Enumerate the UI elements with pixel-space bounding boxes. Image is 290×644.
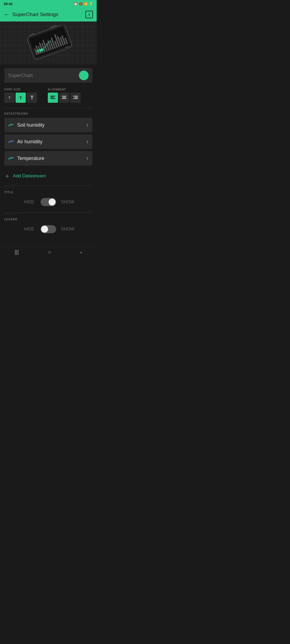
legend-section: LEGEND HIDE SHOW xyxy=(4,213,92,237)
wifi-icon: 📶 xyxy=(84,2,88,6)
chart-wave-icon-blue xyxy=(8,139,14,144)
title-toggle[interactable] xyxy=(41,198,56,206)
soil-humidity-settings-icon[interactable]: ⫿ xyxy=(86,123,89,127)
alignment-group: ALIGNMENT xyxy=(48,88,81,103)
battery-icon: 🔋 xyxy=(89,2,93,6)
align-right-icon xyxy=(73,96,78,100)
alarm-icon: ⏰ xyxy=(74,2,78,6)
title-section-label: TITLE xyxy=(4,187,13,194)
soil-humidity-label: Soil humidity xyxy=(17,122,86,128)
svg-rect-32 xyxy=(75,97,78,98)
title-toggle-row: HIDE SHOW xyxy=(4,194,92,210)
temperature-label: Temperature xyxy=(17,156,86,161)
soil-humidity-icon xyxy=(8,123,14,128)
title-toggle-knob xyxy=(49,199,56,206)
mute-icon: 🔕 xyxy=(79,2,83,6)
legend-hide-label: HIDE xyxy=(22,227,36,232)
info-button[interactable]: i xyxy=(85,11,93,18)
svg-rect-29 xyxy=(63,97,66,98)
home-button[interactable]: ○ xyxy=(42,247,56,257)
add-icon: ＋ xyxy=(4,172,10,180)
align-center-icon xyxy=(62,96,67,100)
font-small-button[interactable]: T xyxy=(4,93,15,103)
title-hide-label: HIDE xyxy=(22,200,36,204)
font-large-button[interactable]: T xyxy=(27,93,37,103)
legend-toggle-row: HIDE SHOW xyxy=(4,221,92,237)
svg-rect-33 xyxy=(73,98,78,99)
align-left-icon xyxy=(50,96,55,100)
status-time: 20:41 xyxy=(4,2,13,6)
font-alignment-row: FONT SIZE T T T ALIGNMENT xyxy=(4,88,92,103)
menu-button[interactable]: ||| xyxy=(9,247,24,257)
datastream-temperature[interactable]: Temperature ⫿ xyxy=(4,151,92,166)
font-small-label: T xyxy=(9,96,10,99)
svg-rect-27 xyxy=(50,98,55,99)
font-size-group: FONT SIZE T T T xyxy=(4,88,37,103)
svg-rect-30 xyxy=(62,98,67,99)
air-humidity-settings-icon[interactable]: ⫿ xyxy=(86,139,89,144)
legend-toggle-knob xyxy=(41,226,48,233)
svg-rect-31 xyxy=(73,96,78,97)
air-humidity-icon xyxy=(8,139,14,144)
widget-name-input[interactable] xyxy=(8,73,79,78)
device-mockup: VALUE GRAPH TIME PIN xyxy=(19,25,78,61)
legend-section-label: LEGEND xyxy=(4,214,17,221)
status-icons: ⏰ 🔕 📶 🔋 xyxy=(74,2,93,6)
back-button[interactable]: ← xyxy=(4,11,10,18)
datastream-soil-humidity[interactable]: Soil humidity ⫿ xyxy=(4,118,92,132)
add-datastream-label: Add Datastream xyxy=(13,173,46,179)
chart-mockup-svg: VALUE GRAPH TIME PIN xyxy=(19,25,78,60)
font-size-buttons: T T T xyxy=(4,93,37,103)
status-bar: 20:41 ⏰ 🔕 📶 🔋 xyxy=(0,0,97,8)
legend-show-label: SHOW xyxy=(61,227,74,232)
align-right-button[interactable] xyxy=(70,93,81,103)
alignment-buttons xyxy=(48,93,81,103)
temperature-settings-icon[interactable]: ⫿ xyxy=(86,156,89,161)
datastream-air-humidity[interactable]: Air humidity ⫿ xyxy=(4,134,92,149)
font-size-label: FONT SIZE xyxy=(4,88,37,91)
chart-wave-icon xyxy=(8,123,14,127)
back-nav-button[interactable]: ‹ xyxy=(75,247,88,257)
hero-illustration: VALUE GRAPH TIME PIN xyxy=(0,21,97,64)
add-datastream-button[interactable]: ＋ Add Datastream xyxy=(4,169,92,185)
temperature-icon xyxy=(8,156,14,161)
title-section: TITLE HIDE SHOW xyxy=(4,185,92,210)
bottom-navigation: ||| ○ ‹ xyxy=(0,246,97,258)
align-left-button[interactable] xyxy=(48,93,58,103)
font-large-label: T xyxy=(30,95,34,101)
legend-toggle[interactable] xyxy=(41,225,56,233)
air-humidity-label: Air humidity xyxy=(17,139,86,145)
svg-rect-25 xyxy=(50,96,55,97)
title-show-label: SHOW xyxy=(61,200,74,204)
datastream-list: Soil humidity ⫿ Air humidity ⫿ Temperatu… xyxy=(4,118,92,166)
chart-wave-icon-cyan xyxy=(8,156,14,161)
font-medium-button[interactable]: T xyxy=(16,93,26,103)
align-center-button[interactable] xyxy=(59,93,69,103)
widget-enable-toggle[interactable] xyxy=(79,71,89,80)
svg-rect-26 xyxy=(50,97,54,98)
widget-name-row xyxy=(4,68,92,83)
alignment-label: ALIGNMENT xyxy=(48,88,81,91)
toolbar: ← SuperChart Settings i xyxy=(0,8,97,21)
page-title: SuperChart Settings xyxy=(12,12,58,17)
svg-rect-28 xyxy=(62,96,67,97)
font-medium-label: T xyxy=(19,96,22,100)
datastreams-section-label: DATASTREAMS xyxy=(4,108,92,115)
main-content: FONT SIZE T T T ALIGNMENT xyxy=(0,64,97,243)
